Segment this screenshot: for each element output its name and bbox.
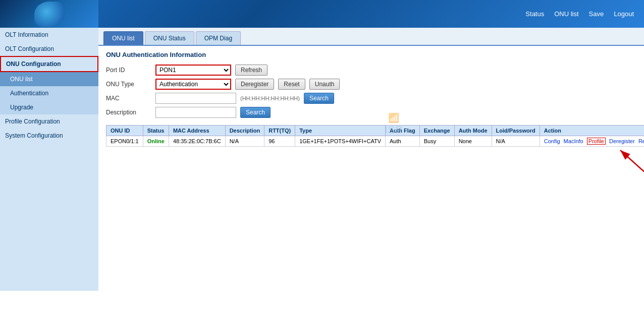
cell-type: 1GE+1FE+1POTS+4WIFI+CATV <box>295 136 386 147</box>
sidebar-item-olt-configuration[interactable]: OLT Configuration <box>0 42 98 56</box>
cell-auth-mode: None <box>454 136 492 147</box>
search-mac-button[interactable]: Search <box>304 93 334 104</box>
sidebar-item-profile-configuration[interactable]: Profile Configuration <box>0 114 98 129</box>
port-id-select[interactable]: PON1 PON2 PON3 PON4 <box>155 65 231 76</box>
status-badge: Online <box>147 138 165 144</box>
action-config[interactable]: Config <box>544 138 560 144</box>
mac-row: MAC (HH:HH:HH:HH:HH:HH) Search <box>106 93 644 104</box>
col-auth-flag: Auth Flag <box>385 126 419 136</box>
search-desc-button[interactable]: Search <box>240 107 271 118</box>
reset-button[interactable]: Reset <box>278 79 305 90</box>
nav-logout[interactable]: Logout <box>614 10 634 18</box>
cell-description: N/A <box>225 136 264 147</box>
sidebar-item-olt-information[interactable]: OLT Information <box>0 28 98 42</box>
logo-area <box>0 0 98 28</box>
cell-exchange: Busy <box>419 136 454 147</box>
nav-onu-list[interactable]: ONU list <box>554 10 578 18</box>
onu-type-select[interactable]: Authentication All <box>155 79 231 90</box>
cell-mac: 48:35:2E:0C:7B:6C <box>169 136 225 147</box>
action-deregister[interactable]: Deregister <box>609 138 635 144</box>
mac-label: MAC <box>106 95 151 102</box>
tab-onu-status[interactable]: ONU Status <box>145 31 194 45</box>
cell-rtt: 96 <box>264 136 295 147</box>
table-row: EPON0/1:1 Online 48:35:2E:0C:7B:6C N/A 9… <box>106 136 645 147</box>
col-status: Status <box>143 126 169 136</box>
description-label: Description <box>106 109 151 116</box>
refresh-button[interactable]: Refresh <box>235 65 267 76</box>
sidebar-item-onu-configuration[interactable]: ONU Configuration <box>0 56 98 72</box>
sidebar: OLT Information OLT Configuration ONU Co… <box>0 28 98 291</box>
main-layout: OLT Information OLT Configuration ONU Co… <box>0 28 644 291</box>
col-rtt: RTT(TQ) <box>264 126 295 136</box>
globe-icon <box>34 2 65 27</box>
tab-onu-list[interactable]: ONU list <box>103 31 143 45</box>
col-loid: Loid/Password <box>492 126 540 136</box>
nav-status[interactable]: Status <box>525 10 544 18</box>
col-type: Type <box>295 126 386 136</box>
col-description: Description <box>225 126 264 136</box>
action-macinfo[interactable]: MacInfo <box>564 138 583 144</box>
cell-auth-flag: Auth <box>385 136 419 147</box>
onu-table: ONU ID Status MAC Address Description RT… <box>106 125 644 147</box>
col-mac: MAC Address <box>169 126 225 136</box>
top-header: Status ONU list Save Logout <box>0 0 644 28</box>
sidebar-item-onu-list[interactable]: ONU list <box>0 72 98 86</box>
top-nav-links: Status ONU list Save Logout <box>525 10 634 18</box>
cell-onu-id: EPON0/1:1 <box>106 136 143 147</box>
port-id-label: Port ID <box>106 67 151 74</box>
page-title: ONU Authentication Information <box>106 51 644 58</box>
cell-actions: Config MacInfo Profile Deregister Reset … <box>540 136 644 147</box>
mac-input[interactable] <box>155 93 236 104</box>
tab-opm-diag[interactable]: OPM Diag <box>196 31 241 45</box>
description-input[interactable] <box>155 107 236 118</box>
unauth-button[interactable]: Unauth <box>309 79 340 90</box>
nav-save[interactable]: Save <box>589 10 604 18</box>
action-reset[interactable]: Reset <box>638 138 644 144</box>
cell-loid: N/A <box>492 136 540 147</box>
right-panel: ONU list ONU Status OPM Diag ONU Authent… <box>98 28 644 291</box>
table-container: ONU ID Status MAC Address Description RT… <box>106 125 644 147</box>
content-area: ONU Authentication Information Port ID P… <box>98 46 644 291</box>
sidebar-item-authentication[interactable]: Authentication <box>0 86 98 100</box>
sidebar-item-system-configuration[interactable]: System Configuration <box>0 129 98 143</box>
action-profile[interactable]: Profile <box>587 138 606 145</box>
tab-bar: ONU list ONU Status OPM Diag <box>98 28 644 46</box>
onu-type-row: ONU Type Authentication All Deregister R… <box>106 79 644 90</box>
deregister-button[interactable]: Deregister <box>235 79 274 90</box>
col-exchange: Exchange <box>419 126 454 136</box>
svg-line-1 <box>620 150 644 173</box>
description-row: Description Search <box>106 107 644 118</box>
mac-hint: (HH:HH:HH:HH:HH:HH) <box>240 95 300 101</box>
cell-status: Online <box>143 136 169 147</box>
col-auth-mode: Auth Mode <box>454 126 492 136</box>
sidebar-item-upgrade[interactable]: Upgrade <box>0 100 98 114</box>
port-id-row: Port ID PON1 PON2 PON3 PON4 Refresh <box>106 65 644 76</box>
onu-type-label: ONU Type <box>106 81 151 88</box>
col-onu-id: ONU ID <box>106 126 143 136</box>
col-action: Action <box>540 126 644 136</box>
